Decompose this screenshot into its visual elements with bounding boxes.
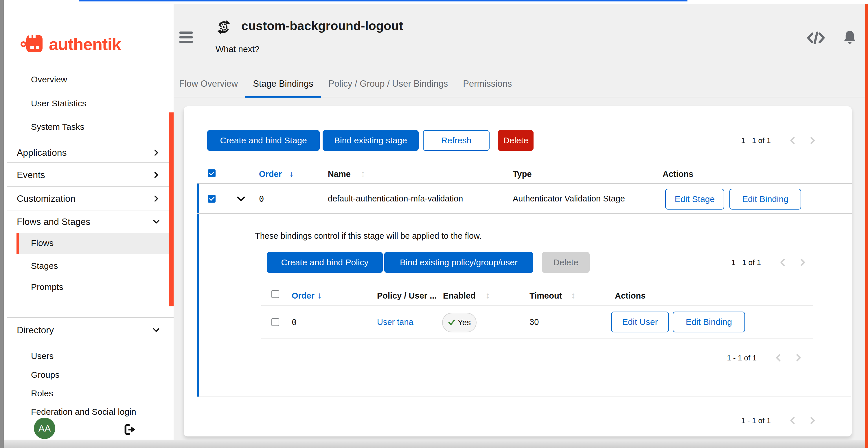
sidebar-item-flows[interactable]: Flows [17,233,174,254]
pagination-prev-icon[interactable] [782,136,803,145]
page-title: custom-background-logout [241,19,403,33]
tab-stage-bindings[interactable]: Stage Bindings [245,75,321,98]
sidebar-item-prompts[interactable]: Prompts [31,282,153,292]
bind-existing-stage-button[interactable]: Bind existing stage [322,130,418,151]
column-order[interactable]: Order [292,291,314,301]
edit-stage-button[interactable]: Edit Stage [665,189,724,210]
sign-out-icon[interactable] [124,424,137,437]
column-enabled[interactable]: Enabled [443,291,476,301]
pagination-label: 1 - 1 of 1 [741,416,771,425]
avatar[interactable]: AA [34,418,55,439]
brand-name: authentik [49,34,121,54]
code-icon[interactable] [806,30,826,46]
policy-user-link[interactable]: User tana [377,317,413,327]
chevron-down-icon [153,218,160,226]
tab-permissions[interactable]: Permissions [456,75,519,98]
pagination-next-icon[interactable] [788,353,809,362]
pagination-nested-bottom: 1 - 1 of 1 [727,351,809,364]
pagination-next-icon[interactable] [803,136,823,145]
sort-desc-icon[interactable]: ↓ [289,169,294,179]
pagination-top: 1 - 1 of 1 [741,134,823,147]
sidebar-group-flows-and-stages[interactable]: Flows and Stages [17,216,161,228]
sidebar-group-applications[interactable]: Applications [17,147,161,159]
edit-user-button[interactable]: Edit User [611,312,669,333]
sidebar-divider [7,317,174,318]
window-top-strip [0,0,868,4]
column-name[interactable]: Name [328,169,351,179]
column-type: Type [513,169,532,179]
pagination-next-icon[interactable] [803,416,823,425]
bind-existing-policy-button[interactable]: Bind existing policy/group/user [384,252,533,273]
check-icon [448,319,456,326]
tab-flow-overview[interactable]: Flow Overview [179,75,245,98]
row-checkbox[interactable] [208,195,216,203]
cell-order: 0 [259,194,264,204]
sidebar-divider [7,139,174,139]
chevron-right-icon [153,171,160,179]
pagination-prev-icon[interactable] [773,258,793,267]
edit-binding-button[interactable]: Edit Binding [730,189,801,210]
tab-bar: Flow Overview Stage Bindings Policy / Gr… [179,75,519,98]
column-actions: Actions [662,169,693,179]
sidebar-item-system-tasks[interactable]: System Tasks [31,122,153,132]
authentik-logo[interactable]: authentik [21,32,121,56]
sort-desc-icon[interactable]: ↓ [317,290,322,300]
enabled-badge: Yes [442,313,476,333]
row-checkbox[interactable] [271,318,279,326]
sort-icon[interactable]: ↕ [361,169,365,179]
main-area: custom-background-logout What next? Flow… [174,4,868,448]
column-policy-user[interactable]: Policy / User ... [377,291,437,301]
flow-icon [216,20,232,36]
chevron-right-icon [153,195,160,202]
sort-icon[interactable]: ↕ [486,290,490,300]
pagination-next-icon[interactable] [793,258,813,267]
sidebar-item-groups[interactable]: Groups [31,370,153,380]
sidebar-divider [7,210,174,210]
sidebar-item-stages[interactable]: Stages [31,261,153,271]
refresh-button[interactable]: Refresh [423,130,490,151]
header-divider [174,97,868,97]
sidebar-item-federation[interactable]: Federation and Social login [31,407,170,417]
column-timeout[interactable]: Timeout [529,291,562,301]
pagination-prev-icon[interactable] [782,416,803,425]
sidebar-group-customization[interactable]: Customization [17,193,161,204]
window-top-accent [79,0,687,1]
row-divider [261,338,813,339]
sidebar-item-roles[interactable]: Roles [31,388,153,399]
tab-policy-group-user-bindings[interactable]: Policy / Group / User Bindings [321,75,456,98]
sidebar-group-directory[interactable]: Directory [17,324,161,336]
row-expander-chevron-down-icon[interactable] [237,195,245,203]
active-indicator [17,233,19,254]
sidebar: authentik Overview User Statistics Syste… [4,4,174,440]
create-and-bind-stage-button[interactable]: Create and bind Stage [207,130,320,151]
sidebar-divider [7,186,174,187]
delete-button[interactable]: Delete [498,130,533,151]
select-all-checkbox[interactable] [271,290,279,298]
sort-icon[interactable]: ↕ [571,290,576,300]
sidebar-item-users[interactable]: Users [31,351,153,361]
pagination-nested-top: 1 - 1 of 1 [731,256,813,269]
cell-order: 0 [292,317,297,327]
delete-policy-button[interactable]: Delete [542,252,590,273]
sidebar-scrollbar[interactable] [169,112,174,306]
row-divider [197,213,852,214]
expanded-bottom-divider [197,397,850,397]
create-and-bind-policy-button[interactable]: Create and bind Policy [267,252,383,273]
window-left-edge [0,0,4,448]
column-order[interactable]: Order [259,169,282,179]
expanded-row-indicator [197,183,199,397]
select-all-checkbox[interactable] [208,169,216,177]
key-icon [21,32,46,56]
sidebar-item-user-statistics[interactable]: User Statistics [31,98,153,109]
pagination-label: 1 - 1 of 1 [731,258,761,267]
menu-icon[interactable] [179,32,193,43]
pagination-prev-icon[interactable] [768,353,788,362]
bell-icon[interactable] [842,30,857,46]
pagination-label: 1 - 1 of 1 [727,353,756,363]
sidebar-item-overview[interactable]: Overview [31,74,153,85]
sidebar-group-events[interactable]: Events [17,169,161,181]
edit-binding-button[interactable]: Edit Binding [673,312,745,333]
column-actions: Actions [615,291,646,301]
bindings-description: These bindings control if this stage wil… [255,231,482,241]
page-scrollbar[interactable] [865,4,868,448]
